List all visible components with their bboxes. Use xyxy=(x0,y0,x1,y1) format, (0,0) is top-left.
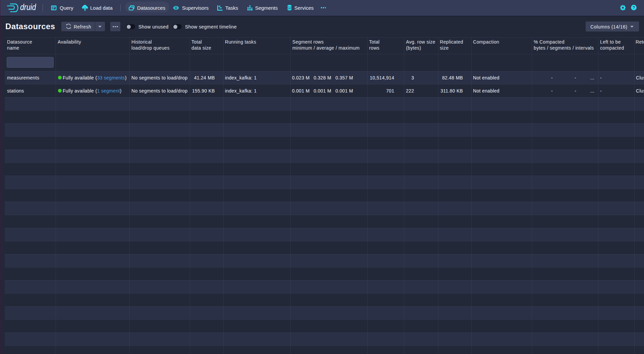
svg-text:?: ? xyxy=(633,5,635,10)
